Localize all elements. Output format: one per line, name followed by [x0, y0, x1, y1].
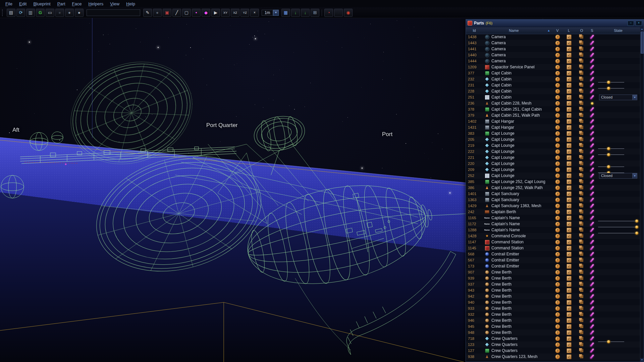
o-badge-icon[interactable]: [579, 263, 582, 267]
s-badge-icon[interactable]: [590, 191, 594, 196]
o-badge-icon[interactable]: [579, 306, 582, 309]
s-badge-icon[interactable]: [590, 89, 594, 93]
s-badge-icon[interactable]: [590, 300, 594, 304]
s-badge-icon[interactable]: [590, 246, 594, 250]
parts-row[interactable]: 907Crew Berth?↙: [466, 269, 640, 275]
o-badge-icon[interactable]: [579, 209, 582, 213]
s-badge-icon[interactable]: [590, 276, 594, 280]
o-badge-icon[interactable]: [579, 161, 582, 164]
parts-row[interactable]: 1145Command Station?↙: [466, 245, 640, 251]
s-badge-icon[interactable]: [590, 294, 594, 298]
s-badge-icon[interactable]: [590, 282, 594, 286]
slider-knob[interactable]: [607, 165, 610, 169]
s-badge-icon[interactable]: [590, 95, 594, 99]
axis-xz-button[interactable]: XZ: [231, 9, 239, 17]
s-badge-icon[interactable]: [590, 185, 594, 190]
v-badge-icon[interactable]: ?: [555, 47, 560, 52]
l-badge-icon[interactable]: ↙: [567, 348, 572, 353]
s-badge-icon[interactable]: [590, 119, 594, 123]
l-badge-icon[interactable]: ↙: [567, 276, 572, 281]
s-badge-icon[interactable]: [590, 83, 594, 87]
s-badge-icon[interactable]: [590, 288, 594, 292]
geometry-button[interactable]: G: [36, 9, 45, 17]
s-badge-icon[interactable]: [590, 252, 594, 256]
sphere-tool-button[interactable]: ●: [153, 9, 162, 17]
close-button[interactable]: ×: [636, 21, 642, 26]
l-badge-icon[interactable]: ↙: [567, 203, 572, 208]
l-badge-icon[interactable]: ↙: [567, 167, 572, 172]
o-badge-icon[interactable]: [579, 185, 582, 188]
parts-row[interactable]: 228Capt Cabin?↙: [466, 88, 640, 94]
state-dropdown[interactable]: Closed▼: [599, 95, 637, 100]
o-badge-icon[interactable]: [579, 34, 582, 38]
v-badge-icon[interactable]: ?: [555, 354, 560, 359]
v-badge-icon[interactable]: ?: [555, 203, 560, 208]
l-badge-icon[interactable]: ↙: [567, 282, 572, 287]
o-badge-icon[interactable]: [579, 203, 582, 206]
o-badge-icon[interactable]: [579, 58, 582, 62]
parts-row[interactable]: 222Capt Lounge?↙: [466, 148, 640, 155]
v-badge-icon[interactable]: ?: [555, 179, 560, 184]
o-badge-icon[interactable]: [579, 251, 582, 255]
scrollbar-thumb[interactable]: [641, 32, 644, 54]
v-badge-icon[interactable]: ?: [555, 318, 560, 323]
l-badge-icon[interactable]: ↙: [567, 125, 572, 130]
v-badge-icon[interactable]: ?: [555, 173, 560, 178]
v-badge-icon[interactable]: ?: [555, 324, 560, 329]
axis-yz-button[interactable]: YZ: [240, 9, 249, 17]
slider-knob[interactable]: [607, 147, 610, 150]
screenshot-button[interactable]: ▭: [46, 9, 54, 17]
s-badge-icon[interactable]: [590, 258, 594, 262]
parts-row[interactable]: 937Crew Berth?↙: [466, 281, 640, 287]
l-badge-icon[interactable]: ↙: [567, 77, 572, 82]
flight-mode-button[interactable]: ✈: [334, 9, 343, 17]
l-badge-icon[interactable]: ↙: [567, 336, 572, 341]
o-badge-icon[interactable]: [579, 239, 582, 243]
o-badge-icon[interactable]: [579, 282, 582, 285]
o-badge-icon[interactable]: [579, 330, 582, 333]
o-badge-icon[interactable]: [579, 119, 582, 122]
v-badge-icon[interactable]: ?: [555, 209, 560, 215]
s-badge-icon[interactable]: [590, 228, 594, 232]
l-badge-icon[interactable]: ↙: [567, 113, 572, 118]
l-badge-icon[interactable]: ↙: [567, 209, 572, 215]
s-badge-icon[interactable]: [590, 324, 594, 328]
parts-row[interactable]: 1441Camera?↙: [466, 46, 640, 52]
parts-row[interactable]: 942Crew Berth?↙: [466, 293, 640, 299]
v-badge-icon[interactable]: ?: [555, 312, 560, 317]
parts-row[interactable]: 1428★Command Console?↙: [466, 233, 640, 239]
column-header-state[interactable]: State: [596, 28, 640, 33]
v-badge-icon[interactable]: ?: [555, 113, 560, 118]
o-badge-icon[interactable]: [579, 269, 582, 273]
l-badge-icon[interactable]: ↙: [567, 155, 572, 160]
parts-row[interactable]: 1288NameCaptain's Name?↙: [466, 227, 640, 233]
parts-row[interactable]: 943Crew Berth?↙: [466, 287, 640, 293]
o-badge-icon[interactable]: [579, 354, 582, 357]
dropdown-arrow-icon[interactable]: ▼: [632, 95, 637, 100]
slider-knob[interactable]: [607, 80, 610, 84]
state-dot-icon[interactable]: [591, 102, 593, 105]
s-badge-icon[interactable]: [590, 330, 594, 335]
o-badge-icon[interactable]: [579, 40, 582, 44]
minimize-button[interactable]: –: [628, 21, 634, 26]
column-header-s[interactable]: S: [588, 28, 596, 33]
o-badge-icon[interactable]: [579, 324, 582, 327]
snap-to-grid-button[interactable]: ↓: [301, 9, 310, 17]
slider-knob[interactable]: [607, 153, 610, 157]
o-badge-icon[interactable]: [579, 107, 582, 110]
v-badge-icon[interactable]: ?: [555, 336, 560, 341]
o-badge-icon[interactable]: [579, 227, 582, 231]
o-badge-icon[interactable]: [579, 245, 582, 249]
l-badge-icon[interactable]: ↙: [567, 342, 572, 347]
parts-row[interactable]: 1431Capt Hangar?↙: [466, 124, 640, 130]
menu-edit[interactable]: Edit: [16, 1, 30, 7]
o-badge-icon[interactable]: [579, 318, 582, 321]
l-badge-icon[interactable]: ↙: [567, 59, 572, 64]
s-badge-icon[interactable]: [590, 41, 594, 45]
l-badge-icon[interactable]: ↙: [567, 161, 572, 166]
v-badge-icon[interactable]: ?: [555, 252, 560, 257]
grid-toggle-button[interactable]: ▦: [281, 9, 290, 17]
parts-row[interactable]: 1402Capt Hangar?↙: [466, 118, 640, 124]
parts-row[interactable]: 209Capt Lounge?↙: [466, 167, 640, 173]
v-badge-icon[interactable]: ?: [555, 348, 560, 353]
